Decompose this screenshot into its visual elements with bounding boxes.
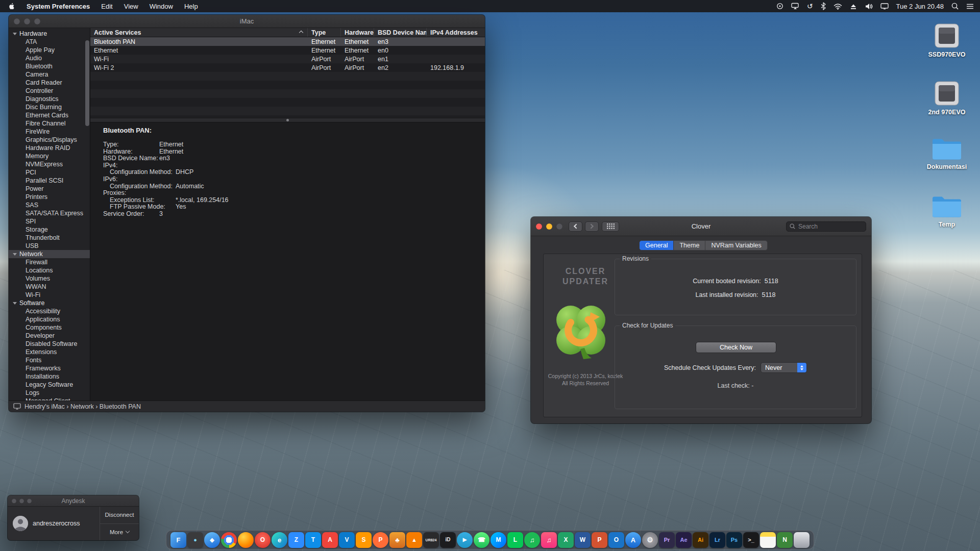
excel-icon[interactable]: X — [558, 532, 574, 548]
sidebar-item[interactable]: Applications — [9, 315, 90, 323]
edge-icon[interactable]: e — [272, 532, 287, 548]
sublime-text-icon[interactable]: S — [356, 532, 372, 548]
more-button[interactable]: More — [100, 523, 139, 541]
sidebar-item[interactable]: Volumes — [9, 274, 90, 283]
pane-splitter[interactable] — [90, 118, 485, 122]
sidebar-item[interactable]: FireWire — [9, 128, 90, 136]
sidebar-item[interactable]: Wi-Fi — [9, 291, 90, 299]
telegram-icon[interactable]: ▶ — [457, 532, 473, 548]
menu-item[interactable]: Help — [184, 3, 198, 10]
safari-icon[interactable]: ◆ — [204, 532, 220, 548]
sidebar-item[interactable]: Developer — [9, 332, 90, 340]
sidebar-item[interactable]: Ethernet Cards — [9, 111, 90, 119]
zoom-icon[interactable]: Z — [288, 532, 304, 548]
sidebar-item[interactable]: Apple Pay — [9, 46, 90, 54]
anydesk-status-icon[interactable] — [776, 3, 783, 10]
apple-music-icon[interactable]: ♫ — [541, 532, 557, 548]
sidebar-item[interactable]: Graphics/Displays — [9, 136, 90, 144]
back-button[interactable] — [569, 221, 582, 232]
focusrite-id-icon[interactable]: iD — [440, 532, 456, 548]
sidebar-item[interactable]: SAS — [9, 201, 90, 209]
sidebar-item[interactable]: Accessibility — [9, 307, 90, 315]
menu-app-name[interactable]: System Preferences — [27, 3, 90, 10]
system-preferences-icon[interactable]: ⚙ — [642, 532, 658, 548]
tab-nvram-variables[interactable]: NVRam Variables — [705, 240, 767, 251]
schedule-dropdown[interactable]: Never — [761, 362, 807, 373]
forward-button[interactable] — [585, 221, 599, 232]
bluetooth-icon[interactable] — [821, 2, 826, 10]
ur824-icon[interactable]: UR824 — [423, 532, 439, 548]
sidebar-item[interactable]: Disc Burning — [9, 103, 90, 111]
column-active-services[interactable]: Active Services — [90, 28, 308, 37]
photoshop-icon[interactable]: Ps — [726, 532, 742, 548]
sidebar-item[interactable]: Software — [9, 299, 90, 307]
illustrator-icon[interactable]: Ai — [693, 532, 708, 548]
menu-list-icon[interactable] — [966, 4, 974, 9]
check-now-button[interactable]: Check Now — [696, 342, 776, 353]
disclosure-triangle-icon[interactable] — [13, 302, 17, 305]
sidebar-item[interactable]: Hardware — [9, 30, 90, 38]
outlook-icon[interactable]: O — [608, 532, 624, 548]
column-hardware[interactable]: Hardware — [341, 28, 374, 37]
close-button[interactable] — [14, 18, 20, 24]
sidebar-item[interactable]: PCI — [9, 168, 90, 177]
desktop-icon-2nd-970evo[interactable]: 2nd 970EVO — [916, 80, 977, 116]
time-machine-icon[interactable]: ↺ — [807, 3, 813, 10]
sidebar-item[interactable]: Components — [9, 323, 90, 332]
terminal-icon[interactable]: >_ — [743, 532, 759, 548]
notes-icon[interactable] — [760, 532, 776, 548]
sidebar-item[interactable]: Managed Client — [9, 397, 90, 400]
sidebar-item[interactable]: Storage — [9, 226, 90, 234]
sidebar-item[interactable]: Printers — [9, 193, 90, 201]
premiere-icon[interactable]: Pr — [659, 532, 675, 548]
tab-general[interactable]: General — [639, 240, 674, 251]
menu-item[interactable]: Window — [150, 3, 173, 10]
window-titlebar[interactable]: iMac — [9, 15, 485, 28]
sidebar-item[interactable]: Firewall — [9, 258, 90, 266]
sidebar-item[interactable]: Thunderbolt — [9, 234, 90, 242]
column-bsd-device-name[interactable]: BSD Device Name — [374, 28, 427, 37]
sidebar-item[interactable]: Card Reader — [9, 79, 90, 87]
menu-item[interactable]: Edit — [101, 3, 112, 10]
vscode-icon[interactable]: V — [339, 532, 355, 548]
sidebar-item[interactable]: Network — [9, 250, 90, 258]
sidebar-item[interactable]: Controller — [9, 87, 90, 95]
volume-icon[interactable] — [865, 3, 873, 10]
sidebar-item[interactable]: Frameworks — [9, 364, 90, 372]
table-row[interactable]: Wi-Fi AirPort AirPort en1 — [90, 55, 485, 63]
close-button[interactable] — [536, 223, 542, 230]
wifi-icon[interactable] — [834, 3, 842, 10]
sidebar-item[interactable]: Power — [9, 185, 90, 193]
desktop-icon-ssd970evo[interactable]: SSD970EVO — [916, 22, 977, 58]
sidebar-item[interactable]: WWAN — [9, 283, 90, 291]
sidebar-item[interactable]: Logs — [9, 389, 90, 397]
zoom-button[interactable] — [34, 18, 40, 24]
sidebar-item[interactable]: Installations — [9, 372, 90, 381]
lightroom-icon[interactable]: Lr — [709, 532, 725, 548]
sidebar-item[interactable]: NVMExpress — [9, 160, 90, 168]
sidebar-item[interactable]: Fonts — [9, 356, 90, 364]
zoom-button[interactable] — [27, 498, 32, 503]
sidebar-item[interactable]: Hardware RAID — [9, 144, 90, 152]
chrome-icon[interactable] — [221, 532, 237, 548]
eject-icon[interactable] — [850, 3, 857, 10]
disclosure-triangle-icon[interactable] — [13, 33, 17, 35]
desktop-icon-dokumentasi[interactable]: Dokumentasi — [916, 137, 977, 170]
opera-icon[interactable]: O — [255, 532, 271, 548]
photo-booth-icon[interactable]: ● — [187, 532, 203, 548]
spotify-icon[interactable]: ♫ — [524, 532, 540, 548]
desktop-icon-temp[interactable]: Temp — [916, 194, 977, 228]
minimize-button[interactable] — [24, 18, 30, 24]
sidebar-item[interactable]: Diagnostics — [9, 95, 90, 103]
table-row[interactable]: Wi-Fi 2 AirPort AirPort en2 192.168.1.9 — [90, 63, 485, 72]
minimize-button[interactable] — [546, 223, 552, 230]
apple-menu-icon[interactable] — [8, 2, 15, 10]
menu-item[interactable]: View — [124, 3, 138, 10]
after-effects-icon[interactable]: Ae — [676, 532, 692, 548]
sidebar-item[interactable]: Camera — [9, 70, 90, 79]
disclosure-triangle-icon[interactable] — [13, 253, 17, 256]
anydesk-icon[interactable]: A — [322, 532, 338, 548]
sidebar-item[interactable]: Extensions — [9, 348, 90, 356]
column-ipv4-addresses[interactable]: IPv4 Addresses — [427, 28, 485, 37]
sidebar-item[interactable]: SATA/SATA Express — [9, 209, 90, 217]
